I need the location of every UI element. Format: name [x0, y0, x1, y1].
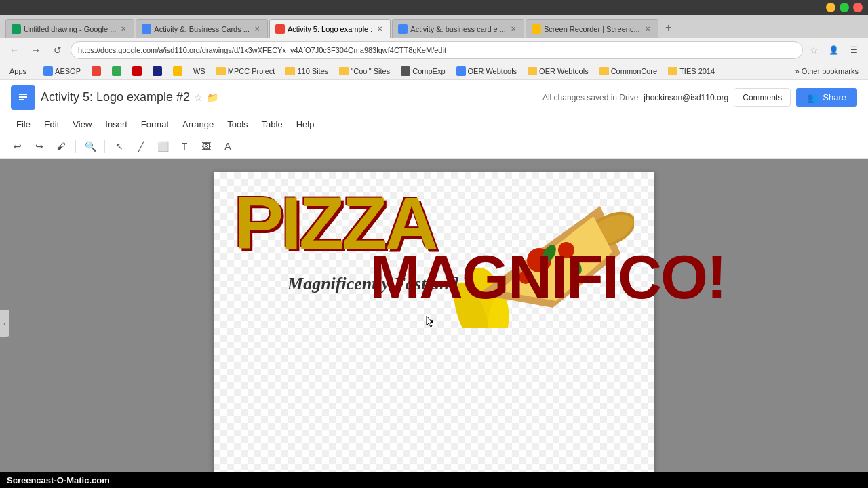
new-tab-button[interactable]: +: [660, 19, 677, 37]
bookmark-star-button[interactable]: ☆: [807, 43, 821, 57]
bookmark-g[interactable]: [108, 65, 125, 77]
docs-logo: [11, 85, 35, 110]
canvas-area[interactable]: ‹ PIZZA: [0, 159, 868, 488]
menu-help[interactable]: Help: [291, 117, 320, 131]
bookmark-star-link[interactable]: [169, 65, 186, 77]
tab-screencast[interactable]: Screen Recorder | Screenc... ✕: [526, 19, 658, 38]
bookmark-aesop-label: AESOP: [55, 67, 81, 75]
bookmark-mpcc[interactable]: MPCC Project: [212, 66, 279, 77]
share-button[interactable]: 👥 Share: [796, 88, 857, 107]
tab-title-activity1: Activity &: Business Cards ...: [154, 25, 250, 33]
bookmark-compexp-label: CompExp: [412, 67, 445, 75]
zoom-button[interactable]: 🔍: [81, 137, 100, 156]
tab-favicon-activity-biz: [398, 24, 408, 34]
docs-save-status: All changes saved in Drive: [542, 93, 638, 102]
tab-activity-biz[interactable]: Activity &: business card e ... ✕: [392, 19, 524, 38]
sidebar-toggle-button[interactable]: ‹: [0, 310, 9, 337]
menu-arrange[interactable]: Arrange: [177, 117, 219, 131]
tab-close-activity5[interactable]: ✕: [375, 24, 384, 34]
maximize-button[interactable]: [840, 3, 849, 12]
watermark-text: Screencast-O-Matic.com: [7, 475, 110, 485]
wordart-tool[interactable]: A: [218, 137, 237, 156]
nav-bar: ← → ↺ https://docs.google.com/a/isd110.o…: [0, 38, 868, 62]
reload-button[interactable]: ↺: [49, 41, 66, 59]
line-tool[interactable]: ╱: [132, 137, 151, 156]
tab-activity5[interactable]: Activity 5: Logo example : ✕: [269, 19, 391, 38]
bookmark-b[interactable]: [149, 65, 166, 77]
bookmark-commoncore[interactable]: CommonCore: [595, 66, 661, 77]
bookmark-g-icon: [112, 66, 121, 76]
comments-button[interactable]: Comments: [734, 88, 791, 107]
back-button[interactable]: ←: [5, 41, 23, 59]
bookmark-oer-label: OER Webtools: [539, 67, 589, 75]
bookmark-cn[interactable]: [87, 65, 105, 77]
bookmark-110sites-label: 110 Sites: [297, 67, 328, 75]
docs-header-left: Activity 5: Logo example #2 ☆ 📁: [11, 85, 534, 110]
paint-format-button[interactable]: 🖌: [52, 137, 71, 156]
person-icon-button[interactable]: 👤: [825, 41, 842, 59]
bookmark-mpcc-icon: [216, 67, 226, 75]
bookmarks-bar: Apps AESOP WS MPCC Project: [0, 62, 868, 80]
pizza-main-row: PIZZA: [234, 186, 634, 260]
docs-header: Activity 5: Logo example #2 ☆ 📁 All chan…: [0, 80, 868, 115]
undo-button[interactable]: ↩: [8, 137, 27, 156]
menu-insert[interactable]: Insert: [100, 117, 133, 131]
toolbar-sep-2: [104, 140, 105, 153]
bookmark-aesop[interactable]: AESOP: [39, 65, 85, 77]
menu-format[interactable]: Format: [136, 117, 174, 131]
text-tool[interactable]: T: [175, 137, 194, 156]
redo-button[interactable]: ↪: [30, 137, 49, 156]
forward-button[interactable]: →: [27, 41, 45, 59]
bookmark-compexp[interactable]: CompExp: [397, 65, 449, 77]
tab-activity1[interactable]: Activity &: Business Cards ... ✕: [136, 19, 268, 38]
close-button[interactable]: [853, 3, 863, 12]
tab-drawing[interactable]: Untitled drawing - Google ... ✕: [5, 19, 134, 38]
bookmark-apps[interactable]: Apps: [5, 66, 31, 77]
bookmark-ws[interactable]: WS: [189, 66, 210, 77]
minimize-button[interactable]: [826, 3, 835, 12]
tab-close-drawing[interactable]: ✕: [119, 24, 128, 34]
share-label: Share: [823, 92, 846, 102]
bookmark-wordcentral[interactable]: OER Webtools: [452, 65, 521, 77]
docs-logo-icon: [16, 90, 31, 105]
image-tool[interactable]: 🖼: [197, 137, 216, 156]
tab-close-activity-biz[interactable]: ✕: [509, 24, 518, 34]
tab-favicon-drawing: [12, 24, 21, 34]
bookmark-s[interactable]: [128, 65, 146, 77]
bookmark-compexp-icon: [401, 66, 410, 76]
docs-header-right: All changes saved in Drive jhockinson@is…: [542, 88, 857, 107]
tab-close-activity1[interactable]: ✕: [252, 24, 262, 34]
menu-edit[interactable]: Edit: [39, 117, 64, 131]
bookmark-oer[interactable]: OER Webtools: [524, 66, 593, 77]
svg-rect-2: [19, 96, 27, 98]
menu-view[interactable]: View: [67, 117, 97, 131]
bookmark-cool-icon: [339, 67, 349, 75]
bookmark-cool[interactable]: "Cool" Sites: [335, 66, 394, 77]
shape-tool[interactable]: ⬜: [153, 137, 172, 156]
bookmark-cool-label: "Cool" Sites: [351, 67, 390, 75]
menu-file[interactable]: File: [11, 117, 36, 131]
docs-folder-icon[interactable]: 📁: [207, 92, 218, 103]
select-tool[interactable]: ↖: [110, 137, 129, 156]
pizza-logo-content: PIZZA: [214, 172, 654, 308]
bookmark-110sites[interactable]: 110 Sites: [281, 66, 332, 77]
bookmark-ties[interactable]: TIES 2014: [664, 66, 719, 77]
menu-tools[interactable]: Tools: [222, 117, 253, 131]
docs-star-icon[interactable]: ☆: [194, 92, 203, 103]
tab-bar: Untitled drawing - Google ... ✕ Activity…: [0, 15, 868, 38]
bookmark-other[interactable]: » Other bookmarks: [791, 66, 863, 77]
tab-title-screencast: Screen Recorder | Screenc...: [544, 25, 640, 33]
menu-table[interactable]: Table: [256, 117, 288, 131]
address-bar[interactable]: https://docs.google.com/a/isd110.org/dra…: [71, 41, 803, 59]
bookmark-commoncore-icon: [599, 67, 609, 75]
bookmark-commoncore-label: CommonCore: [611, 67, 657, 75]
bookmark-b-icon: [153, 66, 162, 76]
tab-close-screencast[interactable]: ✕: [643, 24, 652, 34]
settings-button[interactable]: ☰: [845, 41, 863, 59]
bookmark-apps-label: Apps: [9, 67, 26, 75]
bookmark-separator-1: [35, 66, 35, 77]
toolbar: ↩ ↪ 🖌 🔍 ↖ ╱ ⬜ T 🖼 A: [0, 134, 868, 159]
watermark-bar: Screencast-O-Matic.com: [0, 472, 868, 488]
tab-title-activity-biz: Activity &: business card e ...: [410, 25, 506, 33]
share-icon: 👥: [807, 92, 818, 103]
